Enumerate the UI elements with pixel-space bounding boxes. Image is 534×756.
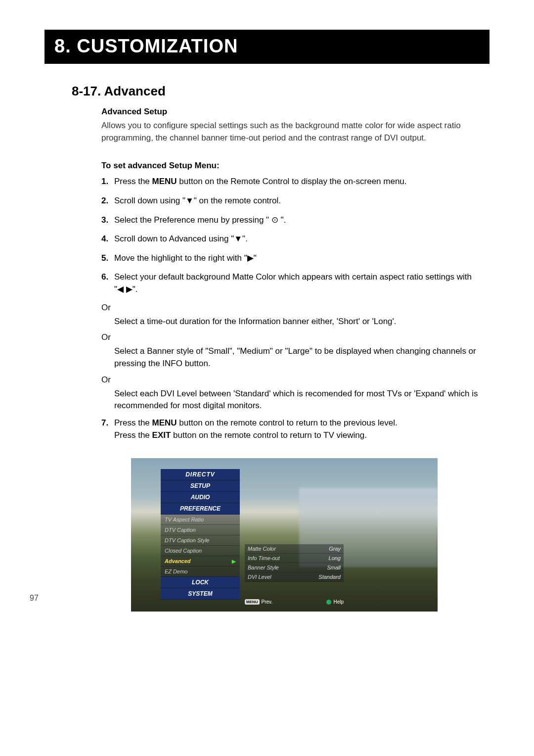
advanced-setup-heading: Advanced Setup <box>101 107 480 117</box>
step-text: Select your default background Matte Col… <box>114 271 480 295</box>
steps-list: 1. Press the MENU button on the Remote C… <box>101 176 480 441</box>
menu-item-dtv-caption[interactable]: DTV Caption <box>161 525 240 535</box>
menu-item-ez-demo[interactable]: EZ Demo <box>161 567 240 577</box>
alt-option-2: Select a Banner style of "Small", "Mediu… <box>101 345 480 370</box>
step-number: 6. <box>101 271 114 295</box>
help-button-icon <box>326 600 331 605</box>
step-text: Scroll down to Advanced using "▼". <box>114 233 480 245</box>
setting-value: Small <box>323 565 341 570</box>
menu-category-lock[interactable]: LOCK <box>161 577 240 588</box>
setting-info-timeout[interactable]: Info Time-out Long <box>245 554 344 563</box>
advanced-setup-desc: Allows you to configure special settings… <box>101 120 480 144</box>
setting-matte-color[interactable]: Matte Color Gray <box>245 544 344 554</box>
setting-label: Matte Color <box>248 546 276 552</box>
step-text: Press the MENU button on the remote cont… <box>114 417 480 441</box>
menu-category-system[interactable]: SYSTEM <box>161 588 240 600</box>
menu-button-icon: MENU <box>245 599 260 605</box>
setting-value: Long <box>325 555 341 561</box>
menu-item-dtv-caption-style[interactable]: DTV Caption Style <box>161 535 240 546</box>
section-body: Advanced Setup Allows you to configure s… <box>72 107 480 612</box>
help-hint: Help <box>326 599 344 605</box>
alt-option-1: Select a time-out duration for the Infor… <box>101 316 480 328</box>
step-text: Select the Preference menu by pressing "… <box>114 214 480 227</box>
section-title: 8-17. Advanced <box>72 84 480 99</box>
or-separator: Or <box>101 375 480 385</box>
setting-label: Banner Style <box>248 565 279 570</box>
help-label: Help <box>333 599 344 605</box>
setting-value: Standard <box>314 574 341 580</box>
alt-option-3: Select each DVI Level between 'Standard'… <box>101 388 480 412</box>
step-2: 2. Scroll down using "▼" on the remote c… <box>101 195 480 207</box>
chapter-title-bar: 8. CUSTOMIZATION <box>44 30 490 64</box>
to-set-heading: To set advanced Setup Menu: <box>101 161 480 171</box>
menu-category-setup[interactable]: SETUP <box>161 480 240 492</box>
setting-value: Gray <box>325 546 341 552</box>
step-number: 7. <box>101 417 114 441</box>
step-6: 6. Select your default background Matte … <box>101 271 480 295</box>
manual-page: 8. CUSTOMIZATION 8-17. Advanced Advanced… <box>0 0 534 756</box>
prev-hint: MENU Prev. <box>245 599 272 605</box>
step-4: 4. Scroll down to Advanced using "▼". <box>101 233 480 245</box>
advanced-settings-panel: Matte Color Gray Info Time-out Long Bann… <box>245 544 344 582</box>
page-content: 8-17. Advanced Advanced Setup Allows you… <box>44 84 490 612</box>
or-separator: Or <box>101 332 480 342</box>
menu-item-closed-caption[interactable]: Closed Caption <box>161 546 240 556</box>
step-text: Scroll down using "▼" on the remote cont… <box>114 195 480 207</box>
step-3: 3. Select the Preference menu by pressin… <box>101 214 480 227</box>
menu-item-label: Advanced <box>165 558 191 564</box>
step-text: Press the MENU button on the Remote Cont… <box>114 176 480 188</box>
step-number: 4. <box>101 233 114 245</box>
setting-dvi-level[interactable]: DVI Level Standard <box>245 572 344 582</box>
step-7: 7. Press the MENU button on the remote c… <box>101 417 480 441</box>
osd-menu: DIRECTV SETUP AUDIO PREFERENCE TV Aspect… <box>161 469 240 600</box>
setting-banner-style[interactable]: Banner Style Small <box>245 563 344 572</box>
step-text: Move the highlight to the right with "▶" <box>114 252 480 265</box>
menu-category-audio[interactable]: AUDIO <box>161 492 240 503</box>
osd-footer: MENU Prev. Help <box>245 599 344 605</box>
chevron-right-icon: ▶ <box>232 559 236 564</box>
or-separator: Or <box>101 303 480 313</box>
step-1: 1. Press the MENU button on the Remote C… <box>101 176 480 188</box>
page-number: 97 <box>30 594 39 603</box>
menu-category-preference[interactable]: PREFERENCE <box>161 503 240 515</box>
brand-label: DIRECTV <box>161 469 240 480</box>
step-number: 3. <box>101 214 114 227</box>
tv-screenshot: DIRECTV SETUP AUDIO PREFERENCE TV Aspect… <box>131 458 438 612</box>
step-number: 2. <box>101 195 114 207</box>
menu-item-advanced[interactable]: Advanced ▶ <box>161 556 240 567</box>
setting-label: Info Time-out <box>248 555 280 561</box>
prev-label: Prev. <box>262 599 273 605</box>
chapter-title: 8. CUSTOMIZATION <box>54 36 480 57</box>
step-5: 5. Move the highlight to the right with … <box>101 252 480 265</box>
setting-label: DVI Level <box>248 574 271 580</box>
menu-item-aspect[interactable]: TV Aspect Ratio <box>161 515 240 525</box>
step-number: 1. <box>101 176 114 188</box>
step-number: 5. <box>101 252 114 265</box>
